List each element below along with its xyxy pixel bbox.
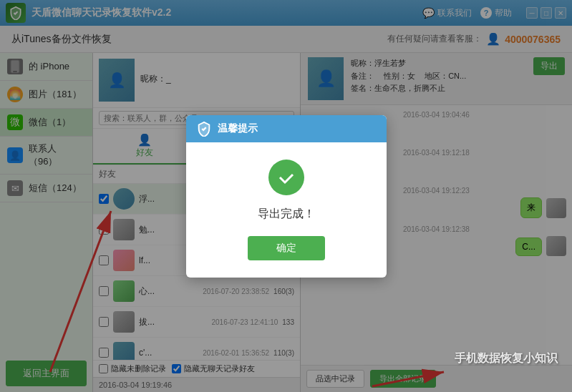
modal-check-icon <box>268 160 304 195</box>
modal-message: 导出完成！ <box>200 207 372 222</box>
modal-ok-btn[interactable]: 确定 <box>248 236 325 260</box>
modal-title-bar: 温馨提示 <box>186 115 387 142</box>
modal-body: 导出完成！ 确定 <box>186 142 387 278</box>
modal-overlay: 温馨提示 导出完成！ 确定 <box>0 0 572 392</box>
modal-title: 温馨提示 <box>218 122 258 135</box>
modal-box: 温馨提示 导出完成！ 确定 <box>186 115 387 278</box>
